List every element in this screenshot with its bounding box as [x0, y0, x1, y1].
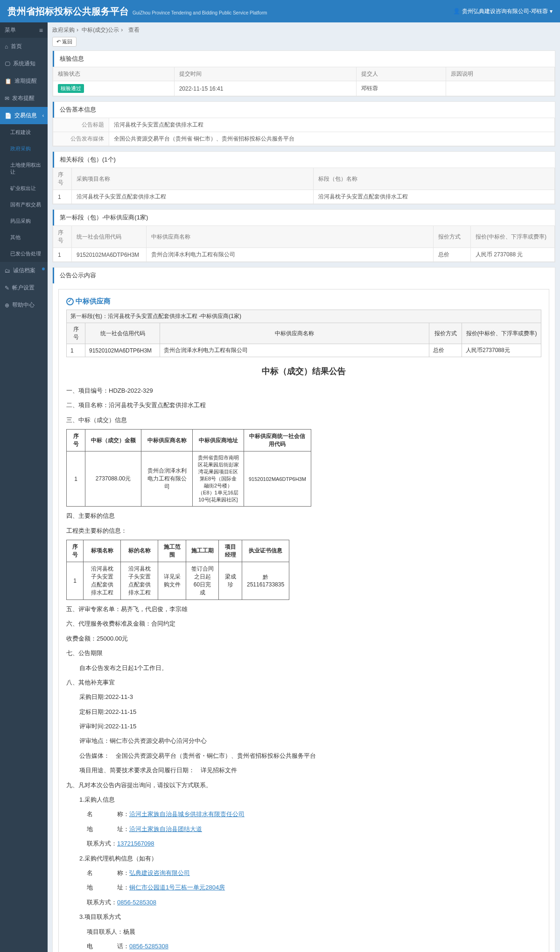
user-info[interactable]: 贵州弘典建设咨询有限公司-邓钰蓉 ▾	[453, 7, 553, 15]
basic-title: 公告基本信息	[53, 102, 555, 118]
sidebar-item-notice[interactable]: 🖵系统通知	[0, 55, 48, 72]
sidebar-item-home[interactable]: ⌂首页	[0, 38, 48, 55]
home-icon: ⌂	[5, 43, 8, 50]
verify-panel: 核验信息 核验状态 提交时间 提交人 原因说明 核验通过 2022-11-15 …	[52, 50, 555, 97]
submenu: 工程建设 政府采购 土地使用权出让 矿业权出让 国有产权交易 药品采购 其他 已…	[0, 124, 48, 262]
bid-info-table: 序号 中标（成交）金额 中标供应商名称 中标供应商地址 中标供应商统一社会信用代…	[66, 429, 311, 507]
sidebar-item-overdue[interactable]: 📋逾期提醒	[0, 72, 48, 90]
row-buyer-name: 名 称：沿河土家族自治县城乡供排水有限责任公司	[87, 809, 541, 819]
caption: 第一标段(包)：沿河县枕子头安置点配套供排水工程 -中标供应商(1家)	[67, 310, 541, 323]
sec-8e: 公告媒体： 全国公共资源交易平台（贵州省・铜仁市）、贵州省招标投标公共服务平台	[79, 750, 541, 761]
verify-row: 核验通过 2022-11-15 16:41 邓钰蓉	[53, 81, 555, 96]
row-agent-tel: 联系方式：0856-5285308	[87, 897, 541, 908]
content-title: 公告公示内容	[53, 268, 555, 283]
sidebar-item-credit[interactable]: 🗂诚信档案	[0, 262, 48, 279]
col-reason: 原因说明	[446, 67, 555, 81]
crumb-1[interactable]: 政府采购	[52, 27, 75, 33]
buyer-name-link[interactable]: 沿河土家族自治县城乡供排水有限责任公司	[129, 811, 245, 818]
sec-2: 二、项目名称：沿河县枕子头安置点配套供排水工程	[66, 400, 541, 410]
sidebar-sub-construction[interactable]: 工程建设	[0, 124, 48, 141]
crumb-2[interactable]: 中标(成交)公示	[82, 27, 119, 33]
sec-8d: 评审地点：铜仁市公共资源交易中心沿河分中心	[79, 735, 541, 746]
sidebar-sub-mine[interactable]: 矿业权出让	[0, 180, 48, 197]
table-row: 1 2737088.00元 贵州合润泽水利电力工程有限公司 贵州省贵阳市南明区花…	[67, 451, 311, 507]
check-circle-icon	[66, 298, 74, 305]
col-time: 提交时间	[174, 67, 356, 81]
sec-6: 六、代理服务收费标准及金额：合同约定	[66, 618, 541, 629]
sidebar-item-help[interactable]: ⊕帮助中心	[0, 296, 48, 314]
sec-8a: 采购日期:2022-11-3	[79, 691, 541, 702]
sidebar-sub-gov[interactable]: 政府采购	[0, 141, 48, 157]
verify-title: 核验信息	[53, 51, 555, 67]
announce-title: 中标（成交）结果公告	[66, 366, 541, 377]
sec-4: 四、主要标的信息	[66, 510, 541, 521]
verify-person: 邓钰蓉	[357, 81, 446, 96]
app-title: 贵州省招标投标公共服务平台	[7, 5, 129, 18]
sidebar-sub-state[interactable]: 国有产权交易	[0, 197, 48, 213]
user-icon	[453, 8, 460, 14]
crumb-3: 查看	[128, 27, 140, 33]
sidebar-item-account[interactable]: ✎帐户设置	[0, 279, 48, 296]
chevron-down-icon: ▾	[550, 8, 553, 14]
calendar-icon: 📋	[5, 78, 12, 85]
target-table: 序号 标项名称 标的名称 施工范围 施工工期 项目经理 执业证书信息 1 沿河县…	[66, 540, 289, 600]
sec-8c: 评审时间:2022-11-15	[79, 721, 541, 732]
col-person: 提交人	[357, 67, 446, 81]
sec-8b: 定标日期:2022-11-15	[79, 706, 541, 717]
header: 贵州省招标投标公共服务平台 GuiZhou Province Tendering…	[0, 0, 560, 22]
sec-4a: 工程类主要标的信息：	[66, 525, 541, 536]
notification-dot-icon	[42, 268, 45, 270]
agent-addr-link[interactable]: 铜仁市公园道1号三栋一单元2804房	[129, 884, 225, 891]
sidebar: 菜单 ⌂首页 🖵系统通知 📋逾期提醒 ✉发布提醒 📄交易信息‹ 工程建设 政府采…	[0, 22, 48, 952]
sidebar-item-publish[interactable]: ✉发布提醒	[0, 90, 48, 107]
lbl-name: 公告标题	[53, 118, 109, 132]
supplier-heading: 中标供应商	[66, 297, 541, 306]
row-agent-addr: 地 址：铜仁市公园道1号三栋一单元2804房	[87, 882, 541, 893]
buyer-addr-link[interactable]: 沿河土家族自治县团结大道	[129, 825, 202, 832]
sec-8: 八、其他补充事宜	[66, 677, 541, 688]
breadcrumb: 政府采购› 中标(成交)公示› 查看	[52, 26, 555, 34]
sec-3: 三、中标（成交）信息	[66, 415, 541, 425]
user-name: 贵州弘典建设咨询有限公司-邓钰蓉	[462, 7, 548, 15]
id-icon: 🗂	[5, 268, 10, 274]
sidebar-sub-published[interactable]: 已发公告处理	[0, 246, 48, 262]
sec-9: 九、凡对本次公告内容提出询问，请按以下方式联系。	[66, 780, 541, 790]
sec-6a: 收费金额：25000.00元	[66, 633, 541, 644]
related-panel: 相关标段（包）(1个) 序号 采购项目名称 标段（包）名称 1 沿河县枕子头安置…	[52, 151, 555, 205]
agent-tel-link[interactable]: 0856-5285308	[117, 899, 156, 906]
status-badge: 核验通过	[58, 84, 84, 93]
sidebar-sub-drug[interactable]: 药品采购	[0, 213, 48, 229]
sec-1: 一、项目编号：HDZB-2022-329	[66, 385, 541, 396]
sec-5: 五、评审专家名单：易齐飞，代启俊，李宗雄	[66, 604, 541, 614]
help-icon: ⊕	[5, 302, 9, 309]
verify-reason	[446, 81, 555, 96]
row-agent-name: 名 称：弘典建设咨询有限公司	[87, 867, 541, 878]
row-contact-tel: 电 话：0856-5285308	[87, 941, 541, 952]
sec-9-2: 2.采购代理机构信息（如有）	[79, 853, 541, 864]
sec-9-1: 1.采购人信息	[79, 794, 541, 805]
sec-8f: 项目用途、简要技术要求及合同履行日期： 详见招标文件	[79, 765, 541, 776]
buyer-tel-link[interactable]: 13721567098	[117, 840, 154, 847]
row-contact-name: 项目联系人：杨晨	[87, 926, 541, 937]
col-status: 核验状态	[53, 67, 175, 81]
bars-icon[interactable]	[39, 27, 43, 34]
verify-time: 2022-11-15 16:41	[174, 81, 356, 96]
val-name: 沿河县枕子头安置点配套供排水工程	[109, 118, 555, 132]
menu-heading: 菜单	[0, 22, 48, 38]
table-row: 1 91520102MA6DTP6H3M 贵州合润泽水利电力工程有限公司 总价 …	[67, 344, 541, 357]
val-media: 全国公共资源交易平台（贵州省 铜仁市）、贵州省招标投标公共服务平台	[109, 132, 555, 146]
sidebar-item-trade[interactable]: 📄交易信息‹	[0, 107, 48, 124]
content-panel: 公告公示内容 中标供应商 第一标段(包)：沿河县枕子头安置点配套供排水工程 -中…	[52, 267, 555, 952]
main-content: 政府采购› 中标(成交)公示› 查看 ↶ 返回 核验信息 核验状态 提交时间 提…	[48, 22, 560, 952]
sidebar-sub-land[interactable]: 土地使用权出让	[0, 157, 48, 180]
contact-tel-link[interactable]: 0856-5285308	[129, 943, 168, 950]
sidebar-sub-other[interactable]: 其他	[0, 229, 48, 246]
table-row: 1 沿河县枕子头安置点配套供排水工程 沿河县枕子头安置点配套供排水工程 详见采购…	[67, 562, 289, 599]
basic-panel: 公告基本信息 公告标题沿河县枕子头安置点配套供排水工程 公告发布媒体全国公共资源…	[52, 101, 555, 147]
lbl-media: 公告发布媒体	[53, 132, 109, 146]
back-button[interactable]: ↶ 返回	[52, 37, 77, 47]
table-row: 1 91520102MA6DTP6H3M 贵州合润泽水利电力工程有限公司 总价 …	[53, 248, 555, 262]
bell-icon: ✉	[5, 95, 9, 102]
doc-icon: 📄	[5, 113, 12, 119]
agent-name-link[interactable]: 弘典建设咨询有限公司	[129, 869, 190, 876]
